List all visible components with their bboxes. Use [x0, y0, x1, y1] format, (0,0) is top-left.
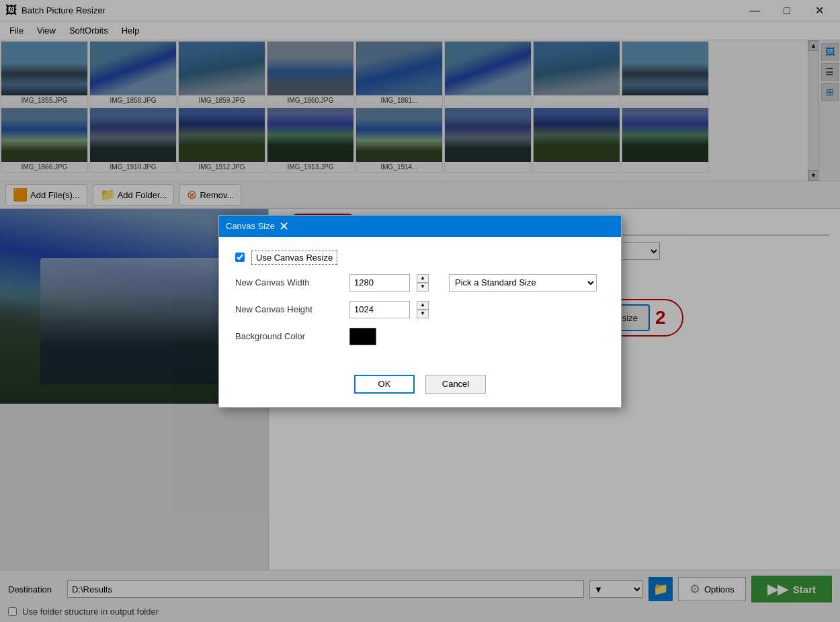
canvas-width-spinbox: ▲ ▼ — [417, 274, 429, 292]
modal-title-bar: Canvas Size ✕ — [219, 216, 621, 237]
use-canvas-resize-dialog-label: Use Canvas Resize — [251, 251, 337, 265]
canvas-width-input[interactable] — [349, 274, 410, 292]
use-canvas-resize-row: Use Canvas Resize — [235, 251, 605, 265]
canvas-size-dialog: Canvas Size ✕ Use Canvas Resize New Canv… — [218, 215, 622, 408]
dialog-ok-button[interactable]: OK — [354, 375, 415, 394]
canvas-width-row: New Canvas Width ▲ ▼ Pick a Standard Siz… — [235, 274, 605, 292]
canvas-width-down-button[interactable]: ▼ — [417, 283, 429, 292]
use-canvas-resize-dialog-checkbox[interactable] — [235, 253, 245, 262]
dialog-cancel-button[interactable]: Cancel — [425, 375, 486, 394]
background-color-row: Background Color — [235, 328, 605, 345]
modal-title: Canvas Size — [226, 221, 275, 231]
background-color-swatch[interactable] — [349, 328, 376, 345]
canvas-standard-size-select[interactable]: Pick a Standard Size — [449, 274, 597, 292]
canvas-height-input[interactable] — [349, 301, 410, 318]
canvas-height-row: New Canvas Height ▲ ▼ — [235, 301, 605, 318]
modal-body: Use Canvas Resize New Canvas Width ▲ ▼ P… — [219, 237, 621, 368]
canvas-width-up-button[interactable]: ▲ — [417, 274, 429, 283]
modal-close-button[interactable]: ✕ — [275, 217, 294, 236]
canvas-height-spinbox: ▲ ▼ — [417, 301, 429, 318]
modal-overlay: Canvas Size ✕ Use Canvas Resize New Canv… — [0, 0, 840, 622]
canvas-height-up-button[interactable]: ▲ — [417, 301, 429, 310]
modal-footer: OK Cancel — [219, 368, 621, 407]
canvas-height-label: New Canvas Height — [235, 304, 343, 314]
canvas-height-down-button[interactable]: ▼ — [417, 310, 429, 318]
background-color-label: Background Color — [235, 331, 343, 341]
canvas-width-label: New Canvas Width — [235, 277, 343, 287]
